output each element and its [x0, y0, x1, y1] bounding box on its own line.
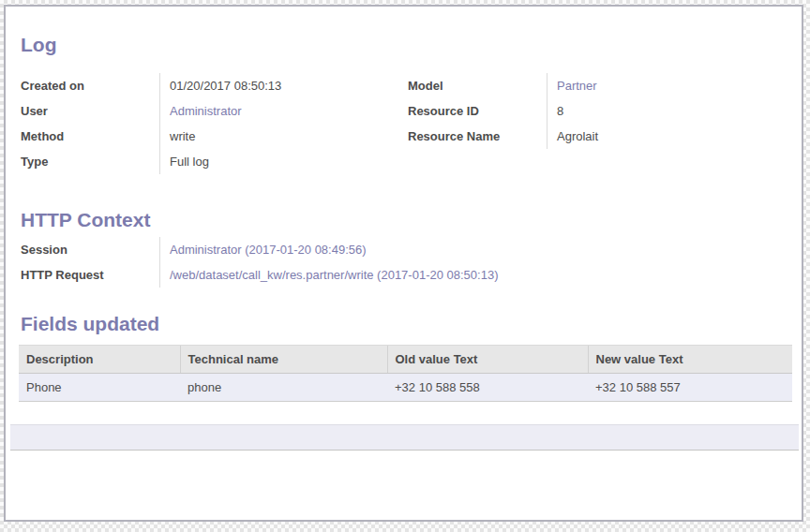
field-row-resource-id: Resource ID 8 — [408, 98, 787, 124]
resource-id-value: 8 — [547, 98, 787, 124]
fields-table-header: Description Technical name Old value Tex… — [19, 346, 792, 374]
model-value-link[interactable]: Partner — [547, 73, 787, 98]
http-context-group: Session Administrator (2017-01-20 08:49:… — [21, 237, 621, 288]
resource-id-label: Resource ID — [408, 104, 547, 118]
session-label: Session — [21, 243, 159, 257]
log-detail-card: Log Created on 01/20/2017 08:50:13 User … — [4, 5, 803, 522]
log-fields-right-group: Model Partner Resource ID 8 Resource Nam… — [408, 73, 787, 149]
method-label: Method — [21, 129, 159, 143]
page-background: { "colors": { "accent_purple": "#7c7bad"… — [0, 0, 810, 532]
field-row-session: Session Administrator (2017-01-20 08:49:… — [21, 237, 621, 262]
field-row-http-request: HTTP Request /web/dataset/call_kw/res.pa… — [21, 262, 621, 288]
fields-updated-section-title: Fields updated — [21, 314, 159, 334]
resource-name-value: Agrolait — [547, 124, 787, 149]
column-header-technical-name[interactable]: Technical name — [180, 346, 387, 374]
field-row-type: Type Full log — [21, 149, 394, 174]
column-header-old-value[interactable]: Old value Text — [387, 346, 588, 374]
cell-technical-name: phone — [180, 374, 387, 402]
method-value: write — [159, 124, 394, 149]
created-on-label: Created on — [21, 79, 159, 93]
http-request-label: HTTP Request — [21, 268, 159, 282]
type-value: Full log — [159, 149, 394, 174]
table-row-phone[interactable]: Phone phone +32 10 588 558 +32 10 588 55… — [19, 374, 792, 402]
field-row-resource-name: Resource Name Agrolait — [408, 124, 787, 149]
http-context-section-title: HTTP Context — [21, 210, 150, 230]
created-on-value: 01/20/2017 08:50:13 — [159, 73, 394, 98]
resource-name-label: Resource Name — [408, 129, 547, 143]
column-header-new-value[interactable]: New value Text — [588, 346, 792, 374]
field-row-created-on: Created on 01/20/2017 08:50:13 — [21, 73, 394, 98]
field-row-method: Method write — [21, 124, 394, 149]
log-fields-left-group: Created on 01/20/2017 08:50:13 User Admi… — [21, 73, 394, 174]
cell-old-value: +32 10 588 558 — [387, 374, 588, 402]
user-label: User — [21, 104, 159, 118]
session-value-link[interactable]: Administrator (2017-01-20 08:49:56) — [159, 237, 621, 262]
cell-description: Phone — [19, 374, 180, 402]
http-request-value-link[interactable]: /web/dataset/call_kw/res.partner/write (… — [159, 262, 621, 288]
log-section-title: Log — [21, 35, 56, 55]
fields-updated-table: Description Technical name Old value Tex… — [19, 345, 792, 402]
user-value-link[interactable]: Administrator — [159, 98, 394, 124]
field-row-user: User Administrator — [21, 98, 394, 124]
type-label: Type — [21, 155, 159, 169]
model-label: Model — [408, 79, 547, 93]
column-header-description[interactable]: Description — [19, 346, 180, 374]
cell-new-value: +32 10 588 557 — [588, 374, 792, 402]
empty-footer-pane — [10, 424, 799, 451]
field-row-model: Model Partner — [408, 73, 787, 98]
